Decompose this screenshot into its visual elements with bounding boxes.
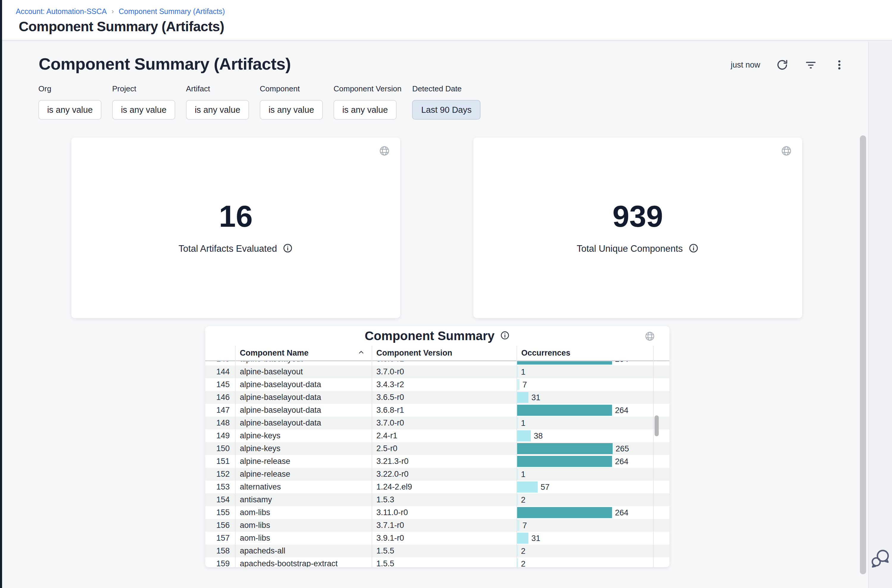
component-name-cell: alpine-baselayout-data (235, 380, 372, 389)
component-version-cell: 3.22.0-r0 (372, 470, 517, 479)
occurrence-value: 1 (521, 417, 525, 429)
globe-icon[interactable] (645, 331, 655, 343)
occurrences-cell: 2 (517, 494, 653, 506)
refresh-icon[interactable] (776, 58, 789, 71)
sort-asc-icon (358, 348, 364, 358)
filter-value-button[interactable]: is any value (260, 100, 323, 120)
table-row: 151alpine-release3.21.3-r0264 (205, 455, 669, 468)
breadcrumb-separator: › (112, 7, 114, 15)
component-version-cell: 3.4.3-r2 (372, 380, 517, 389)
component-version-cell: 3.7.0-r0 (372, 418, 517, 428)
column-occurrences[interactable]: Occurrences (517, 348, 653, 358)
row-number: 150 (205, 444, 235, 453)
table-scrollbar[interactable] (655, 416, 659, 436)
component-version-cell: 3.7.0-r0 (372, 367, 517, 376)
stat-card-artifacts: 16 Total Artifacts Evaluated (71, 138, 400, 318)
filter-label: Org (38, 84, 102, 93)
occurrence-value: 264 (615, 361, 628, 365)
occurrence-bar (517, 532, 528, 544)
chat-support-icon[interactable] (870, 548, 891, 570)
table-row: 150alpine-keys2.5-r0265 (205, 442, 669, 455)
column-component-version[interactable]: Component Version (372, 348, 517, 358)
filter-component: Componentis any value (260, 84, 323, 120)
info-icon[interactable] (500, 330, 510, 342)
component-version-cell: 3.7.1-r0 (372, 521, 517, 530)
occurrence-value: 1 (521, 365, 525, 378)
occurrence-value: 38 (534, 429, 543, 442)
breadcrumb-dashboard-link[interactable]: Component Summary (Artifacts) (119, 7, 225, 16)
breadcrumb-account-link[interactable]: Account: Automation-SSCA (16, 7, 107, 16)
occurrence-bar (517, 456, 612, 467)
filter-label: Component Version (334, 84, 401, 93)
row-number: 146 (205, 393, 235, 402)
table-row: 144alpine-baselayout3.7.0-r01 (205, 365, 669, 378)
table-row: 159apacheds-bootstrap-extract1.5.52 (205, 557, 669, 567)
occurrence-value: 265 (616, 442, 629, 455)
occurrence-bar (517, 379, 520, 390)
occurrence-bar (517, 520, 520, 531)
collapsed-sidebar-edge[interactable] (0, 0, 2, 588)
occurrences-cell: 57 (517, 481, 653, 494)
table-row: 149alpine-keys2.4-r138 (205, 429, 669, 442)
info-icon[interactable] (282, 243, 293, 255)
component-version-cell: 1.5.3 (372, 495, 517, 504)
filter-value-button[interactable]: is any value (334, 100, 397, 120)
component-name-cell: apacheds-bootstrap-extract (235, 559, 372, 567)
occurrence-value: 1 (521, 468, 525, 481)
table-body: 143alpine-baselayout3.6.8-r1264144alpine… (205, 361, 669, 567)
component-name-cell: antisamy (235, 495, 372, 504)
table-row: 146alpine-baselayout-data3.6.5-r031 (205, 391, 669, 404)
occurrence-bar (517, 558, 518, 567)
table-row: 145alpine-baselayout-data3.4.3-r27 (205, 378, 669, 391)
component-name-cell: alpine-baselayout-data (235, 393, 372, 402)
info-icon[interactable] (688, 243, 699, 255)
table-row: 155aom-libs3.11.0-r0264 (205, 506, 669, 519)
right-margin-strip (868, 42, 892, 588)
component-version-cell: 3.6.8-r1 (372, 361, 517, 364)
occurrences-cell: 7 (517, 378, 653, 391)
component-name-cell: aom-libs (235, 508, 372, 517)
occurrences-cell: 1 (517, 417, 653, 429)
occurrence-value: 7 (522, 378, 527, 391)
filter-value-button[interactable]: Last 90 Days (412, 100, 481, 120)
row-number: 157 (205, 534, 235, 543)
occurrence-bar (517, 482, 538, 492)
filter-artifact: Artifactis any value (186, 84, 249, 120)
page-header: Account: Automation-SSCA › Component Sum… (2, 0, 892, 41)
column-component-name[interactable]: Component Name (235, 348, 372, 358)
filter-value-button[interactable]: is any value (112, 100, 175, 120)
occurrences-cell: 38 (517, 429, 653, 442)
component-version-cell: 2.4-r1 (372, 431, 517, 440)
occurrence-value: 2 (521, 557, 525, 567)
filter-value-button[interactable]: is any value (186, 100, 249, 120)
filter-label: Artifact (186, 84, 249, 93)
component-name-cell: alpine-keys (235, 431, 372, 440)
table-row: 154antisamy1.5.32 (205, 494, 669, 506)
occurrence-bar (517, 507, 612, 518)
table-row: 152alpine-release3.22.0-r01 (205, 468, 669, 481)
occurrence-bar (517, 469, 518, 480)
filter-icon[interactable] (804, 58, 817, 71)
table-row: 147alpine-baselayout-data3.6.8-r1264 (205, 404, 669, 417)
page-scrollbar[interactable] (860, 135, 866, 574)
component-name-cell: alpine-baselayout (235, 361, 372, 364)
occurrences-cell: 264 (517, 404, 653, 417)
row-number: 149 (205, 431, 235, 440)
page-title: Component Summary (Artifacts) (19, 18, 224, 34)
occurrences-cell: 264 (517, 506, 653, 519)
filter-value-button[interactable]: is any value (38, 100, 102, 120)
occurrences-cell: 1 (517, 365, 653, 378)
kebab-menu-icon[interactable] (833, 58, 846, 71)
occurrence-bar (517, 361, 612, 364)
occurrences-cell: 31 (517, 532, 653, 544)
occurrence-value: 264 (615, 506, 628, 519)
component-version-cell: 1.5.5 (372, 559, 517, 567)
occurrence-bar (517, 443, 613, 454)
component-version-cell: 2.5-r0 (372, 444, 517, 453)
component-name-cell: alpine-baselayout-data (235, 406, 372, 415)
component-summary-card: Component Summary Component Name (205, 326, 669, 567)
filter-org: Orgis any value (38, 84, 102, 120)
component-version-cell: 3.11.0-r0 (372, 508, 517, 517)
dashboard-controls: just now (731, 58, 846, 71)
row-number: 153 (205, 482, 235, 492)
